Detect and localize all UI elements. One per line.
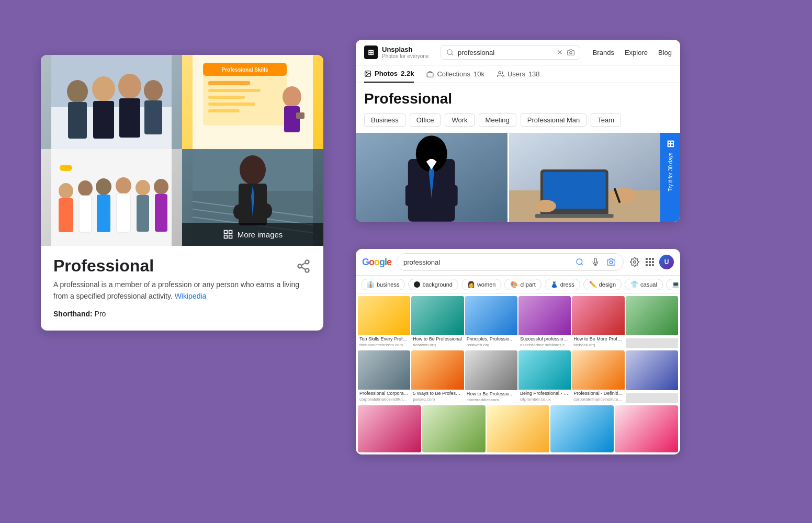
google-img-1[interactable]: Top Skills Every Professional Needs to H…: [358, 296, 410, 348]
tab-photos[interactable]: Photos 2.2k: [364, 70, 414, 83]
filter-development[interactable]: 💻 development: [666, 279, 680, 290]
google-settings-btn[interactable]: [629, 256, 640, 268]
share-icon[interactable]: [296, 259, 311, 274]
google-img-11-source: corporatefinanceinsitute.com: [572, 397, 624, 403]
filter-casual-icon: 👕: [630, 281, 638, 288]
unsplash-nav-brands[interactable]: Brands: [593, 49, 614, 56]
svg-point-51: [298, 264, 302, 268]
google-avatar[interactable]: U: [659, 255, 674, 269]
google-img-16[interactable]: [550, 405, 614, 453]
google-img-1-caption: Top Skills Every Professional Needs to H…: [358, 335, 410, 343]
google-search-btn[interactable]: [574, 256, 585, 268]
svg-point-2: [67, 80, 88, 103]
google-img-10[interactable]: Being Professional - What Does It ... ci…: [518, 350, 571, 403]
google-img-13[interactable]: [358, 405, 421, 453]
unsplash-nav-explore[interactable]: Explore: [625, 49, 648, 56]
tag-work[interactable]: Work: [445, 113, 474, 127]
svg-rect-3: [68, 102, 87, 139]
search-icon: [446, 49, 454, 56]
svg-point-50: [306, 260, 309, 264]
google-img-2[interactable]: How to Be Professional nastweb.org: [411, 296, 464, 348]
wikipedia-link[interactable]: Wikipedia: [175, 292, 207, 300]
filter-design-label: design: [599, 281, 616, 288]
mic-icon: [591, 258, 600, 266]
filter-casual-label: casual: [640, 281, 657, 288]
tag-meeting[interactable]: Meeting: [479, 113, 516, 127]
filter-dress[interactable]: 👗 dress: [545, 279, 580, 290]
svg-point-6: [118, 74, 141, 99]
svg-point-19: [283, 86, 301, 107]
google-img-7[interactable]: Professional Corporations - Overview ...…: [358, 350, 410, 403]
svg-rect-33: [137, 195, 149, 232]
filter-business[interactable]: 👔 business: [361, 279, 405, 290]
tag-team[interactable]: Team: [591, 113, 621, 127]
tab-collections[interactable]: Collections 10k: [426, 70, 484, 83]
svg-rect-15: [208, 89, 261, 92]
filter-casual[interactable]: 👕 casual: [625, 279, 663, 290]
google-img-2-source: nastweb.org: [411, 343, 464, 348]
google-img-7-caption: Professional Corporations - Overview ...: [358, 390, 410, 397]
google-img-7-source: corporatefinanceinstitute.com: [358, 397, 410, 403]
google-img-9[interactable]: How to Be Professional at Work: 20 ... c…: [465, 350, 517, 403]
tag-professional-man[interactable]: Professional Man: [521, 113, 587, 127]
filter-women[interactable]: 👩 women: [461, 279, 501, 290]
google-apps-btn[interactable]: [646, 258, 654, 266]
filter-clipart[interactable]: 🎨 clipart: [504, 279, 541, 290]
svg-point-82: [610, 261, 612, 264]
google-img-5-source: lifehack.org: [572, 343, 624, 348]
unsplash-photo-1[interactable]: [356, 133, 508, 222]
workers-photo: [41, 149, 182, 246]
google-camera-btn[interactable]: [605, 256, 617, 268]
svg-point-83: [634, 261, 636, 264]
filter-dress-icon: 👗: [550, 281, 558, 288]
svg-rect-7: [119, 98, 140, 138]
unsplash-search-value: professional: [458, 49, 552, 56]
tab-photos-label: Photos: [375, 70, 398, 77]
more-images-overlay[interactable]: More images: [182, 223, 323, 246]
svg-rect-31: [117, 194, 130, 232]
promo-text: Try it for 30 days: [668, 153, 673, 191]
google-img-14[interactable]: [422, 405, 486, 453]
filter-business-icon: 👔: [367, 281, 375, 288]
google-img-15[interactable]: [487, 405, 550, 453]
google-mic-btn[interactable]: [590, 256, 601, 268]
google-img-12[interactable]: [626, 350, 678, 403]
unsplash-search-clear[interactable]: ✕: [557, 48, 563, 56]
tab-users[interactable]: Users 138: [497, 70, 540, 83]
google-img-3-caption: Principles, Professional Standards ...: [465, 335, 517, 343]
google-img-8[interactable]: 5 Ways to Be Professional at Work | The …: [411, 350, 464, 403]
promo-icon: ⊞: [667, 138, 674, 150]
google-img-1-source: thebalancecareers.com: [358, 343, 410, 348]
unsplash-nav-blog[interactable]: Blog: [658, 49, 672, 56]
google-img-8-source: parseq.com: [411, 397, 464, 403]
google-img-5[interactable]: How to Be More Professional at Work s...…: [572, 296, 624, 348]
unsplash-photo-2[interactable]: [509, 133, 661, 222]
svg-point-76: [535, 200, 556, 212]
filter-clipart-label: clipart: [520, 281, 535, 288]
tag-office[interactable]: Office: [410, 113, 441, 127]
google-img-11-caption: Professional - Definition, Example ...: [572, 390, 624, 397]
svg-point-32: [136, 180, 150, 196]
collections-icon: [426, 71, 434, 78]
knowledge-panel-desc: A professional is a member of a professi…: [53, 279, 311, 302]
unsplash-logo-icon: ⊞: [364, 46, 378, 59]
google-img-3[interactable]: Principles, Professional Standards ... n…: [465, 296, 517, 348]
google-img-12-source: [626, 392, 678, 393]
svg-line-79: [581, 264, 583, 265]
filter-design[interactable]: ✏️ design: [583, 279, 622, 290]
svg-line-53: [301, 267, 306, 269]
google-img-4[interactable]: Successful professional traits ... asset…: [518, 296, 571, 348]
google-img-17[interactable]: [615, 405, 678, 453]
filter-dress-label: dress: [560, 281, 574, 288]
google-img-11[interactable]: Professional - Definition, Example ... c…: [572, 350, 624, 403]
svg-rect-14: [208, 81, 250, 85]
google-img-6[interactable]: [626, 296, 678, 348]
google-images-row2: Professional Corporations - Overview ...…: [356, 350, 680, 405]
google-search-bar[interactable]: professional: [397, 253, 624, 271]
svg-point-26: [78, 180, 93, 196]
svg-rect-74: [535, 214, 613, 218]
filter-background[interactable]: background: [408, 279, 458, 290]
google-search-value: professional: [403, 258, 570, 266]
unsplash-search-bar[interactable]: professional ✕: [441, 45, 580, 60]
tag-business[interactable]: Business: [364, 113, 405, 127]
